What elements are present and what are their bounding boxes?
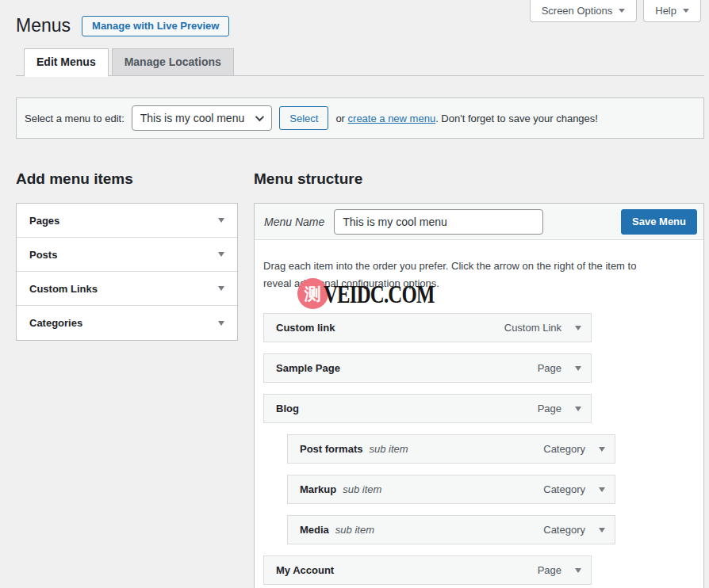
accordion-section-label: Categories [29,317,82,329]
accordion-section-categories[interactable]: Categories [17,306,237,340]
tab-manage-locations[interactable]: Manage Locations [112,48,234,76]
menu-items-list: Custom linkCustom LinkSample PagePageBlo… [263,313,695,585]
menu-item-type: Category [543,483,585,495]
add-menu-items-heading: Add menu items [16,170,238,189]
item-arrow-icon[interactable] [575,407,581,411]
tab-edit-menus[interactable]: Edit Menus [24,48,109,78]
accordion-section-custom-links[interactable]: Custom Links [17,272,237,306]
live-preview-button[interactable]: Manage with Live Preview [82,16,229,36]
menu-item-title: Markup [300,483,336,495]
help-label: Help [655,5,676,17]
add-menu-items-panel: PagesPostsCustom LinksCategories [16,203,238,341]
accordion-arrow-icon [218,286,224,291]
screen-options-button[interactable]: Screen Options [530,0,638,22]
or-label: or [335,113,347,124]
save-reminder-text: . Don't forget to save your changes! [435,113,598,124]
admin-top-buttons: Screen Options Help [530,0,701,22]
menu-item-custom-link[interactable]: Custom linkCustom Link [263,313,592,342]
menu-structure-heading: Menu structure [254,170,704,189]
accordion-section-label: Pages [29,215,59,227]
menu-item-type: Custom Link [504,322,561,334]
accordion-section-posts[interactable]: Posts [17,238,237,272]
help-button[interactable]: Help [643,0,701,22]
accordion-section-label: Posts [29,249,57,261]
selected-menu-value: This is my cool menu [140,112,244,124]
accordion-arrow-icon [218,218,224,223]
item-arrow-icon[interactable] [575,366,581,371]
menu-instructions: Drag each item into the order you prefer… [263,258,644,292]
page-title: Menus [16,14,71,38]
menu-item-title: Post formats [300,443,362,455]
menu-structure-panel: Menu Name Save Menu Drag each item into … [254,203,704,588]
item-arrow-icon[interactable] [575,326,581,330]
menu-item-title: Sample Page [276,362,340,374]
menu-item-markup[interactable]: Markupsub itemCategory [287,475,615,504]
menu-item-title: My Account [276,564,334,576]
item-arrow-icon[interactable] [575,568,581,573]
item-arrow-icon[interactable] [599,447,605,452]
screen-options-label: Screen Options [542,5,613,17]
menu-item-type: Page [538,362,561,374]
accordion-section-pages[interactable]: Pages [17,204,237,238]
menu-item-title: Custom link [276,322,335,334]
menu-item-type: Page [538,564,561,576]
create-new-menu-link[interactable]: create a new menu [348,113,436,124]
menu-item-sub-label: sub item [343,483,381,495]
menu-item-sample-page[interactable]: Sample PagePage [263,353,592,383]
menu-item-post-formats[interactable]: Post formatssub itemCategory [287,434,615,464]
add-menu-items-column: Add menu items PagesPostsCustom LinksCat… [16,139,238,588]
item-arrow-icon[interactable] [599,528,605,533]
menu-structure-column: Menu structure Menu Name Save Menu Drag … [254,139,704,588]
select-menu-label: Select a menu to edit: [25,113,125,124]
admin-page-wrap: Menus Manage with Live Preview Edit Menu… [0,0,709,588]
menu-item-sub-label: sub item [335,524,374,536]
menu-select-dropdown[interactable]: This is my cool menu [132,105,272,131]
menu-item-sub-label: sub item [369,443,408,455]
menu-item-type: Category [543,443,585,455]
content-columns: Add menu items PagesPostsCustom LinksCat… [16,139,704,588]
select-button[interactable]: Select [279,106,328,130]
menu-name-input[interactable] [334,209,543,235]
menu-item-my-account[interactable]: My AccountPage [263,556,592,585]
menu-item-type: Category [543,524,585,536]
menu-structure-body: Drag each item into the order you prefer… [255,240,703,588]
save-menu-button[interactable]: Save Menu [621,209,697,235]
menu-select-bar: Select a menu to edit: This is my cool m… [16,97,704,139]
accordion-arrow-icon [218,321,224,326]
menu-item-title: Media [300,524,329,536]
item-arrow-icon[interactable] [599,487,605,492]
menu-name-label: Menu Name [264,216,324,228]
menu-name-header: Menu Name Save Menu [255,204,703,240]
accordion-arrow-icon [218,252,224,257]
create-menu-text: or create a new menu. Don't forget to sa… [335,113,598,124]
caret-down-icon [619,9,625,13]
caret-down-icon [683,9,689,13]
select-chevron-icon [255,113,264,121]
tab-bar: Edit MenusManage Locations [16,48,704,77]
menu-item-type: Page [538,403,561,414]
accordion-section-label: Custom Links [29,283,98,295]
menu-item-title: Blog [276,403,299,414]
menu-item-blog[interactable]: BlogPage [263,394,592,423]
menu-item-media[interactable]: Mediasub itemCategory [287,515,615,544]
